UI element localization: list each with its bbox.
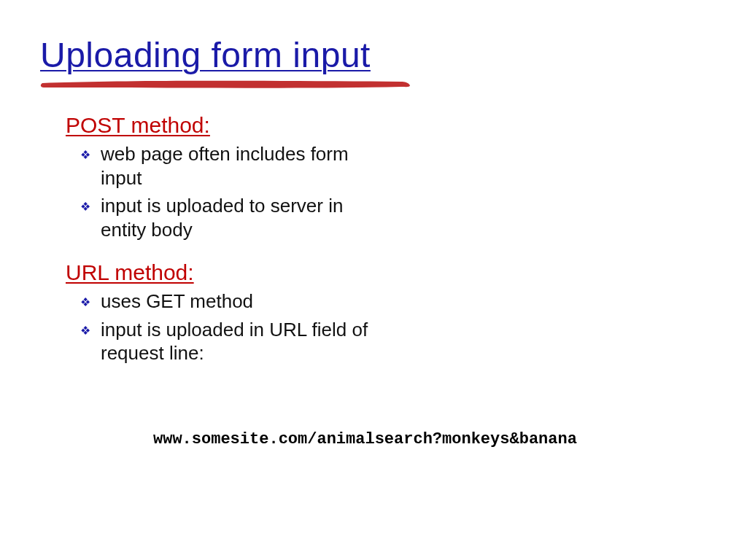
content-area: POST method: ❖ web page often includes f…: [66, 106, 372, 370]
bullet-item: ❖ web page often includes form input: [80, 142, 372, 190]
diamond-bullet-icon: ❖: [80, 324, 90, 338]
bullet-text: input is uploaded to server in entity bo…: [101, 194, 372, 241]
diamond-bullet-icon: ❖: [80, 200, 90, 214]
marker-underline-icon: [36, 73, 416, 95]
diamond-bullet-icon: ❖: [80, 148, 90, 163]
section-heading-url: URL method:: [66, 260, 372, 285]
example-url-code: www.somesite.com/animalsearch?monkeys&ba…: [153, 430, 577, 448]
bullet-text: uses GET method: [101, 289, 253, 314]
slide-title: Uploading form input: [40, 36, 371, 74]
section-heading-post: POST method:: [66, 113, 372, 138]
bullet-text: web page often includes form input: [101, 142, 372, 190]
diamond-bullet-icon: ❖: [80, 295, 90, 310]
bullet-item: ❖ uses GET method: [80, 289, 372, 314]
slide: Uploading form input POST method: ❖ web …: [0, 0, 747, 560]
title-block: Uploading form input: [40, 35, 371, 75]
bullet-text: input is uploaded in URL field of reques…: [101, 318, 372, 365]
bullet-item: ❖ input is uploaded to server in entity …: [80, 194, 372, 241]
section-block-url: URL method: ❖ uses GET method ❖ input is…: [66, 260, 372, 365]
bullet-item: ❖ input is uploaded in URL field of requ…: [80, 318, 372, 365]
